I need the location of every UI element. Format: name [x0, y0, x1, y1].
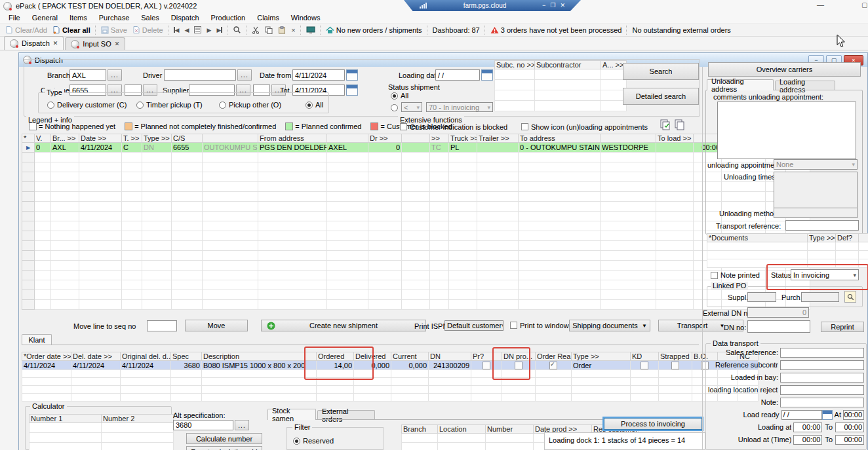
grid-cell[interactable] [102, 433, 174, 443]
menu-item-windows[interactable]: Windows [285, 13, 326, 22]
grid-cell[interactable] [656, 192, 694, 202]
grid-cell[interactable] [79, 202, 122, 212]
grid-cell[interactable] [707, 251, 808, 259]
column-header[interactable] [859, 234, 868, 242]
status-value-select[interactable]: 70 - In invoicing [426, 102, 493, 112]
grid-cell[interactable] [172, 221, 203, 231]
grid-cell[interactable] [258, 202, 327, 212]
grid-cell[interactable] [51, 172, 79, 182]
grid-empty-row[interactable] [22, 271, 810, 280]
branch-field[interactable]: AXL [69, 69, 106, 81]
grid-cell[interactable] [327, 241, 368, 251]
grid-empty-row[interactable] [495, 80, 627, 90]
grid-cell[interactable] [656, 162, 694, 172]
grid-cell[interactable] [203, 153, 258, 162]
grid-cell[interactable] [327, 192, 368, 202]
linked-po-search-button[interactable] [844, 291, 856, 303]
tab-external-orders[interactable]: External orders [317, 410, 375, 420]
grid-cell[interactable] [258, 192, 327, 202]
grid-cell[interactable] [659, 361, 692, 370]
grid-cell[interactable] [122, 231, 142, 241]
grid-cell[interactable] [258, 271, 327, 280]
location-reject-field[interactable] [780, 385, 864, 395]
grid-cell[interactable] [631, 394, 659, 402]
grid-empty-row[interactable] [22, 172, 810, 182]
unload-at-to-field[interactable]: 00:00 [835, 435, 864, 445]
grid-cell[interactable] [368, 280, 402, 290]
grid-cell[interactable] [203, 182, 258, 192]
grid-empty-row[interactable] [495, 69, 627, 80]
grid-cell[interactable] [536, 394, 572, 402]
grid-cell[interactable] [536, 370, 572, 378]
grid-cell[interactable] [79, 300, 122, 310]
grid-cell[interactable] [368, 202, 402, 212]
column-header[interactable]: From address [258, 134, 327, 143]
grid-cell[interactable] [203, 172, 258, 182]
grid-cell[interactable] [122, 212, 142, 221]
grid-cell[interactable] [35, 290, 51, 300]
grid-cell[interactable] [51, 290, 79, 300]
grid-cell[interactable] [502, 394, 536, 402]
grid-cell[interactable] [203, 280, 258, 290]
grid-cell[interactable] [659, 370, 692, 378]
grid-cell[interactable] [402, 261, 430, 271]
grid-cell[interactable] [859, 242, 868, 251]
grid-cell[interactable] [51, 261, 79, 271]
grid-cell[interactable] [519, 261, 601, 271]
grid-cell[interactable] [258, 231, 327, 241]
grid-cell[interactable] [477, 241, 519, 251]
column-header[interactable]: Br... >> [51, 134, 79, 143]
grid-cell[interactable] [495, 69, 535, 80]
grid-cell[interactable] [51, 162, 79, 172]
grid-cell[interactable] [391, 378, 429, 386]
grid-cell[interactable] [659, 394, 692, 402]
grid-cell[interactable] [35, 261, 51, 271]
grid-cell[interactable] [601, 212, 656, 221]
clear-all-button[interactable]: Clear all [50, 26, 93, 34]
grid-cell[interactable] [402, 241, 430, 251]
note-printed-checkbox[interactable] [711, 272, 718, 279]
grid-cell[interactable] [71, 394, 121, 402]
grid-cell[interactable] [202, 386, 317, 394]
grid-cell[interactable] [79, 251, 122, 261]
grid-cell[interactable] [368, 162, 402, 172]
grid-cell[interactable]: DN [142, 143, 172, 153]
checkbox-checked-icon[interactable] [549, 362, 557, 369]
grid-empty-row[interactable] [495, 101, 627, 111]
grid-cell[interactable] [172, 202, 203, 212]
grid-cell[interactable] [402, 231, 430, 241]
grid-empty-row[interactable] [22, 221, 810, 231]
overview-carriers-button[interactable]: Overview carriers [708, 62, 861, 77]
grid-cell[interactable] [656, 271, 694, 280]
suppl-field[interactable] [747, 292, 776, 302]
nav-previous-button[interactable]: ◀ [182, 27, 192, 33]
grid-cell[interactable] [449, 192, 477, 202]
type-delivery-radio[interactable] [47, 102, 54, 109]
clear-add-button[interactable]: Clear/Add [3, 26, 50, 34]
menu-item-dispatch[interactable]: Dispatch [165, 13, 205, 22]
column-header[interactable]: DN [429, 352, 471, 361]
grid-cell[interactable] [402, 290, 430, 300]
delete-button[interactable]: Delete [130, 26, 166, 34]
grid-cell[interactable] [402, 212, 430, 221]
menu-item-general[interactable]: General [26, 13, 64, 22]
grid-cell[interactable] [79, 241, 122, 251]
grid-cell[interactable] [656, 221, 694, 231]
type-pickup-other-radio[interactable] [219, 102, 226, 109]
grid-cell[interactable] [79, 192, 122, 202]
grid-cell[interactable] [122, 251, 142, 261]
grid-cell[interactable] [35, 212, 51, 221]
grid-cell[interactable]: PGS DEN DOELDER AXEL [258, 143, 327, 153]
unload-at-from-field[interactable]: 00:00 [793, 435, 822, 445]
grid-cell[interactable] [122, 221, 142, 231]
column-header[interactable] [601, 134, 656, 143]
grid-cell[interactable] [601, 182, 656, 192]
grid-cell[interactable] [519, 212, 601, 221]
grid-cell[interactable] [203, 300, 258, 310]
grid-cell[interactable] [449, 271, 477, 280]
sales-reference-field[interactable] [780, 348, 864, 358]
grid-empty-row[interactable] [22, 241, 810, 251]
loaded-in-bay-field[interactable] [780, 373, 864, 383]
grid-cell[interactable] [172, 212, 203, 221]
grid-cell[interactable] [535, 69, 601, 80]
